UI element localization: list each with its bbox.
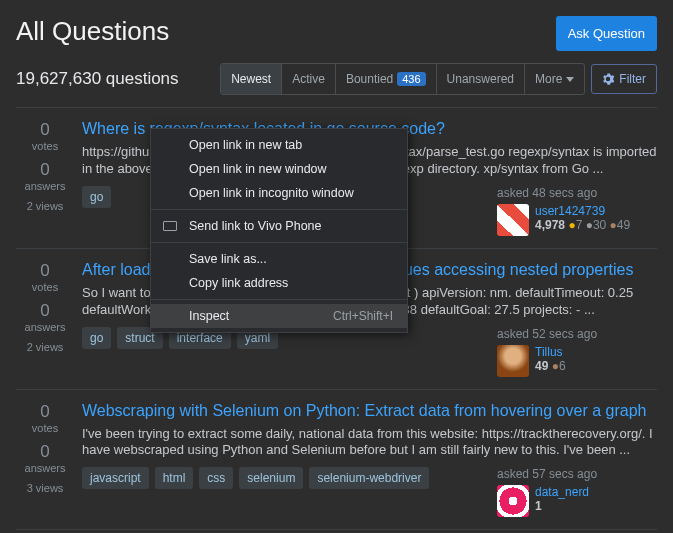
question-excerpt: I've been trying to extract some daily, … bbox=[82, 426, 657, 460]
context-menu: Open link in new tab Open link in new wi… bbox=[150, 128, 408, 333]
user-rep: 49 bbox=[535, 359, 548, 373]
answers-label: answers bbox=[16, 462, 74, 474]
tag[interactable]: go bbox=[82, 327, 111, 349]
views-count: 3 views bbox=[16, 482, 74, 494]
views-count: 2 views bbox=[16, 341, 74, 353]
votes-label: votes bbox=[16, 422, 74, 434]
ctx-send-to-phone[interactable]: Send link to Vivo Phone bbox=[151, 214, 407, 238]
gear-icon bbox=[602, 73, 614, 85]
user-link[interactable]: user1424739 bbox=[535, 204, 630, 218]
filter-label: Filter bbox=[619, 72, 646, 86]
answers-count: 0 bbox=[16, 301, 74, 321]
ctx-inspect-label: Inspect bbox=[189, 309, 229, 323]
tab-more-label: More bbox=[535, 72, 562, 86]
question-count: 19,627,630 questions bbox=[16, 69, 179, 89]
bronze-badge-count: 49 bbox=[617, 218, 630, 232]
bronze-badge-count: 6 bbox=[559, 359, 566, 373]
votes-count: 0 bbox=[16, 261, 74, 281]
ctx-copy-address[interactable]: Copy link address bbox=[151, 271, 407, 295]
tab-more[interactable]: More bbox=[525, 64, 584, 94]
gold-badge-icon: ● bbox=[568, 218, 575, 232]
question-stats: 0votes 0answers 2 views bbox=[16, 261, 74, 377]
ctx-separator bbox=[151, 299, 407, 300]
ctx-open-new-window[interactable]: Open link in new window bbox=[151, 157, 407, 181]
sort-tabs: Newest Active Bountied 436 Unanswered Mo… bbox=[220, 63, 585, 95]
answers-label: answers bbox=[16, 321, 74, 333]
bronze-badge-icon: ● bbox=[552, 359, 559, 373]
tag[interactable]: javascript bbox=[82, 467, 149, 489]
user-rep: 1 bbox=[535, 499, 542, 513]
ctx-separator bbox=[151, 242, 407, 243]
question-stats: 0votes 0answers 3 views bbox=[16, 402, 74, 518]
avatar[interactable] bbox=[497, 345, 529, 377]
user-link[interactable]: data_nerd bbox=[535, 485, 589, 499]
votes-count: 0 bbox=[16, 402, 74, 422]
tag[interactable]: html bbox=[155, 467, 194, 489]
silver-badge-icon: ● bbox=[586, 218, 593, 232]
tag[interactable]: selenium-webdriver bbox=[309, 467, 429, 489]
ctx-separator bbox=[151, 209, 407, 210]
tab-bountied[interactable]: Bountied 436 bbox=[336, 64, 437, 94]
gold-badge-count: 7 bbox=[576, 218, 583, 232]
tab-newest[interactable]: Newest bbox=[221, 64, 282, 94]
tab-unanswered[interactable]: Unanswered bbox=[437, 64, 525, 94]
tag[interactable]: selenium bbox=[239, 467, 303, 489]
ask-question-button[interactable]: Ask Question bbox=[556, 16, 657, 51]
votes-label: votes bbox=[16, 281, 74, 293]
answers-count: 0 bbox=[16, 160, 74, 180]
bronze-badge-icon: ● bbox=[610, 218, 617, 232]
bountied-count-badge: 436 bbox=[397, 72, 425, 86]
ctx-save-as[interactable]: Save link as... bbox=[151, 247, 407, 271]
user-rep: 4,978 bbox=[535, 218, 565, 232]
tab-bountied-label: Bountied bbox=[346, 72, 393, 86]
asked-time: asked 52 secs ago bbox=[497, 327, 597, 341]
views-count: 2 views bbox=[16, 200, 74, 212]
tab-active[interactable]: Active bbox=[282, 64, 336, 94]
answers-label: answers bbox=[16, 180, 74, 192]
question-stats: 0votes 0answers 2 views bbox=[16, 120, 74, 236]
tag[interactable]: css bbox=[199, 467, 233, 489]
question-title-link[interactable]: Webscraping with Selenium on Python: Ext… bbox=[82, 402, 657, 420]
votes-count: 0 bbox=[16, 120, 74, 140]
ctx-open-incognito[interactable]: Open link in incognito window bbox=[151, 181, 407, 205]
tag[interactable]: go bbox=[82, 186, 111, 208]
ctx-send-label: Send link to Vivo Phone bbox=[189, 219, 322, 233]
ctx-open-new-tab[interactable]: Open link in new tab bbox=[151, 133, 407, 157]
ctx-inspect-shortcut: Ctrl+Shift+I bbox=[333, 309, 393, 323]
answers-count: 0 bbox=[16, 442, 74, 462]
asked-time: asked 57 secs ago bbox=[497, 467, 597, 481]
asked-time: asked 48 secs ago bbox=[497, 186, 597, 200]
avatar[interactable] bbox=[497, 485, 529, 517]
question-item: 0votes 0answers 3 views Webscraping with… bbox=[16, 390, 657, 531]
phone-icon bbox=[163, 221, 177, 231]
user-link[interactable]: Tillus bbox=[535, 345, 566, 359]
chevron-down-icon bbox=[566, 77, 574, 82]
votes-label: votes bbox=[16, 140, 74, 152]
ctx-inspect[interactable]: Inspect Ctrl+Shift+I bbox=[151, 304, 407, 328]
silver-badge-count: 30 bbox=[593, 218, 606, 232]
filter-button[interactable]: Filter bbox=[591, 64, 657, 94]
avatar[interactable] bbox=[497, 204, 529, 236]
page-title: All Questions bbox=[16, 16, 169, 47]
